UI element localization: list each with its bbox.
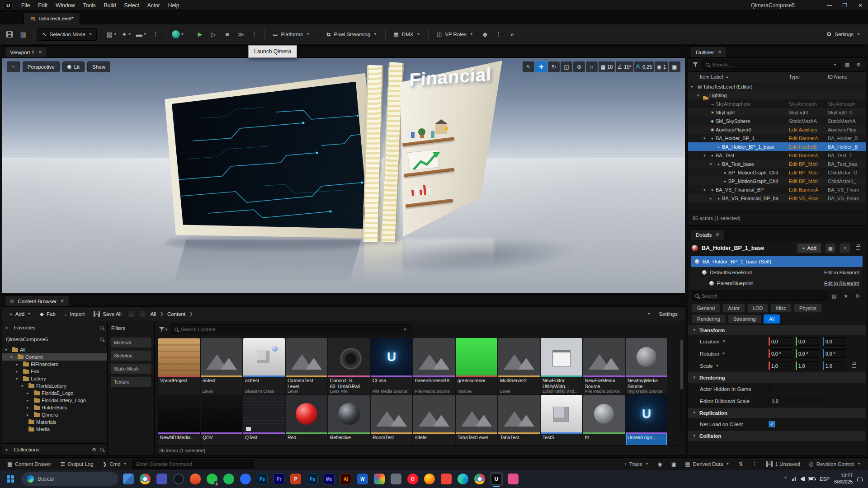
asset-tile[interactable]: GreenScreenBB File Media Source <box>413 338 455 394</box>
collections-footer[interactable]: ▸ Collections ⊕ <box>2 443 107 455</box>
add-actor-button[interactable]: ▧▼ <box>105 28 118 41</box>
outliner-settings-icon[interactable]: ⚙ <box>854 60 863 69</box>
filter-chip[interactable]: Static Mesh <box>110 363 151 374</box>
row-type-link[interactable]: Edit BannerA <box>789 187 828 192</box>
expander-icon[interactable]: ▾ <box>5 347 10 352</box>
asset-tile[interactable]: ttt <box>583 395 625 451</box>
asset-tile[interactable]: MultiServer2 Level <box>498 338 540 394</box>
task-view[interactable] <box>122 472 135 486</box>
chrome[interactable] <box>138 472 152 486</box>
collision-section-header[interactable]: ▼ Collision <box>688 430 866 441</box>
taskbar-search[interactable] <box>21 472 118 486</box>
eject-button[interactable]: ≫ <box>235 28 247 41</box>
menu-item[interactable]: Actor <box>143 0 164 11</box>
edit-in-blueprint-link[interactable]: Edit in Blueprint <box>824 270 859 275</box>
replication-section-header[interactable]: ▼ Replication <box>688 407 866 418</box>
asset-tile[interactable]: RoomTest <box>371 395 412 451</box>
pixel-streaming-dropdown[interactable]: ⇆ Pixel Streaming ▼ <box>322 28 381 41</box>
media-encoder[interactable]: Me <box>322 472 336 486</box>
derived-data-dropdown[interactable]: ▤ Derived Data ▼ <box>682 459 733 469</box>
asset-search[interactable]: ▼ <box>171 324 410 334</box>
show-dropdown[interactable]: Show <box>87 61 110 72</box>
opera[interactable]: O <box>406 472 420 486</box>
chevron-down-icon[interactable]: ▼ <box>716 364 719 368</box>
breadcrumb-content[interactable]: Content <box>165 311 187 317</box>
expander-icon[interactable]: ▸ <box>16 369 21 374</box>
category-tab[interactable]: General <box>692 304 720 313</box>
x-value-field[interactable]: 0,0 <box>769 337 792 346</box>
folder-tree-item[interactable]: Materials <box>2 418 107 426</box>
section-expander-icon[interactable]: ▼ <box>693 411 696 415</box>
rotation-snap-button[interactable]: ∠ 10° <box>616 61 633 72</box>
outliner-search-input[interactable] <box>712 62 830 67</box>
clock[interactable]: 13:27 6/8/2025 <box>834 473 853 485</box>
expander-icon[interactable]: ▾ <box>703 136 709 141</box>
scale-snap-button[interactable]: ⇱ 0,25 <box>634 61 654 72</box>
edit-in-blueprint-link[interactable]: Edit in Blueprint <box>824 281 859 286</box>
asset-tile[interactable]: NewEditor UtilityWidg... Editor Utility … <box>541 338 582 394</box>
outliner-tab[interactable]: Outliner ✕ <box>691 47 727 57</box>
unreal-editor[interactable]: U <box>490 472 503 486</box>
stop-button[interactable]: ■ <box>222 28 233 41</box>
shazam[interactable] <box>239 472 252 486</box>
asset-tile[interactable]: Red <box>286 395 327 451</box>
add-collection-icon[interactable]: ⊕ <box>92 446 96 453</box>
asset-tile[interactable]: TahaTestLevel <box>456 395 497 451</box>
x-value-field[interactable]: 0,0 ° <box>769 349 792 358</box>
viewport-tab[interactable]: Viewport 1 ✕ <box>5 47 47 57</box>
outliner-row[interactable]: ▾ BA_Test_base Edit BP_Moti BA_Test_bas <box>688 160 866 168</box>
asset-tile[interactable]: CameraTest Level Level <box>286 338 327 394</box>
expander-icon[interactable]: ▾ <box>691 84 696 89</box>
viewport-scene[interactable]: Financial ≡ Perspective <box>2 58 685 293</box>
selection-mode-dropdown[interactable]: ↖ Selection Mode ▼ <box>38 28 97 41</box>
viewport-menu-button[interactable]: ≡ <box>7 61 20 72</box>
unsaved-button[interactable]: 1 Unsaved <box>763 459 804 469</box>
asset-filter-funnel-icon[interactable]: ▼ <box>159 325 168 334</box>
console-command-field[interactable] <box>132 460 254 469</box>
asset-tile[interactable]: TahaTest... <box>498 395 540 451</box>
camera[interactable] <box>389 472 403 486</box>
toolbar-overflow-icon[interactable]: ⋮ <box>150 28 162 41</box>
select-tool-button[interactable]: ↖ <box>523 61 534 72</box>
insights-icon[interactable]: ◉ <box>654 459 666 469</box>
asset-tile[interactable]: UnrealLogo_... <box>626 395 667 451</box>
close-icon[interactable]: ✕ <box>38 49 42 55</box>
teams[interactable] <box>155 472 169 486</box>
folder-tree-item[interactable]: ▸ HolderBalls <box>2 404 107 411</box>
outliner-row[interactable]: ▾ BA_VS_Financial_BP Edit BannerA BA_VS_… <box>688 185 866 194</box>
details-view-options-button[interactable]: ▼ <box>840 243 850 253</box>
expander-icon[interactable]: ▾ <box>697 93 703 98</box>
asset-tile[interactable]: 55test Level <box>201 338 242 394</box>
lit-dropdown[interactable]: Lit <box>62 61 85 72</box>
row-type-link[interactable]: Edit BP_Moti <box>789 178 828 184</box>
firefox[interactable] <box>423 472 436 486</box>
expander-icon[interactable]: ▸ <box>27 398 32 403</box>
profile-icon[interactable]: ☻ <box>479 28 491 41</box>
menu-item[interactable]: Edit <box>34 0 52 11</box>
back-button[interactable]: ← <box>127 310 136 319</box>
add-button[interactable]: + Add ▼ <box>6 309 34 319</box>
path-options-icon[interactable]: ▼ <box>644 310 653 319</box>
chevron-down-icon[interactable]: ▼ <box>722 339 726 343</box>
folder-tree-item[interactable]: ▸ FloridaLottery_Logo <box>2 397 107 404</box>
cmd-dropdown[interactable]: ❯ Cmd ▼ <box>99 459 131 469</box>
favorites-header[interactable]: ▸ Favorites <box>2 322 107 333</box>
expander-icon[interactable]: ▸ <box>6 447 11 452</box>
obs[interactable] <box>172 472 185 486</box>
lock-icon[interactable] <box>856 246 860 250</box>
row-type-link[interactable]: Edit HolderB <box>789 144 828 150</box>
asset-tile[interactable]: NewImgMedia Source Img Media Source <box>626 338 667 394</box>
maximize-button[interactable]: ❐ <box>837 0 853 11</box>
z-value-field[interactable]: 1,0 <box>823 361 846 370</box>
content-drawer-button[interactable]: ▦ Content Drawer <box>4 459 55 469</box>
rotate-tool-button[interactable]: ↻ <box>548 61 560 72</box>
asset-tile[interactable]: Canon4_6-60_UrsaGRail Lens File <box>328 338 370 394</box>
more-options-icon[interactable]: ⋮ <box>493 28 505 41</box>
folder-tree-item[interactable]: ▾ Lottery <box>2 375 107 382</box>
cinematics-button[interactable]: ▬▼ <box>135 28 148 41</box>
premiere[interactable]: Pr <box>272 472 286 486</box>
expander-icon[interactable]: ▸ <box>27 413 32 417</box>
asset-tile[interactable]: NewNDIMedia... <box>158 395 200 451</box>
asset-search-input[interactable] <box>181 327 401 332</box>
asset-tile[interactable]: QTest <box>243 395 285 451</box>
